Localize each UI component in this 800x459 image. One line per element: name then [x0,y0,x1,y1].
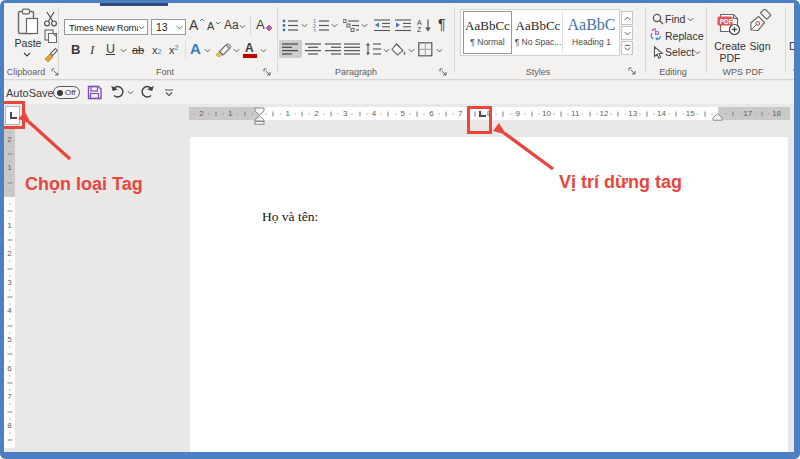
subscript-button[interactable]: x2 [152,44,161,56]
line-spacing-caret[interactable] [383,48,390,53]
clear-formatting-button[interactable]: A [256,17,265,32]
style-card-no-spacing[interactable]: AaBbCc ¶ No Spac... [514,12,563,53]
text-effects-button[interactable]: A [190,40,201,57]
find-icon [652,13,664,25]
ruler-tick [417,111,418,116]
right-indent-marker-icon[interactable] [712,113,723,121]
style-name: ¶ No Spac... [514,37,562,47]
styles-scroll-down-button[interactable] [621,26,633,40]
ruler-tick [9,361,10,362]
ruler-tick [532,111,533,116]
align-left-button[interactable] [282,43,299,55]
highlight-color-icon[interactable] [215,43,232,57]
style-card-heading1[interactable]: AaBbC Heading 1 [565,12,618,53]
line-spacing-button[interactable] [365,42,382,56]
shrink-font-button[interactable]: A [207,20,214,32]
decrease-indent-button[interactable] [374,19,391,32]
undo-button[interactable] [110,84,126,99]
ruler-tick [280,113,281,114]
editing-group-label: Editing [650,67,696,77]
shading-caret[interactable] [408,48,415,53]
paste-dropdown-caret[interactable] [23,52,31,57]
window-border-top [0,0,800,3]
multilevel-list-caret[interactable] [361,23,368,28]
find-caret[interactable] [687,17,694,22]
bullets-caret[interactable] [301,23,308,28]
vertical-ruler[interactable]: 2112345678 [4,129,15,448]
ruler-tick [510,113,511,114]
styles-scroll-up-button[interactable] [621,11,633,25]
align-right-button[interactable] [325,43,342,55]
numbering-button[interactable]: 123 [313,19,330,32]
replace-icon: b [650,28,663,41]
italic-button[interactable]: I [90,42,94,58]
underline-button[interactable]: U [106,42,115,56]
autosave-toggle[interactable]: Off [53,86,80,99]
style-preview: AaBbC [565,17,618,33]
change-case-button[interactable]: Aa [224,18,239,32]
ruler-tick [654,113,655,114]
ruler-tick [395,113,396,114]
style-card-normal[interactable]: AaBbCc ¶ Normal [463,11,512,54]
ruler-tick [7,382,12,383]
styles-dialog-launcher-icon[interactable] [628,67,637,76]
grow-font-button[interactable]: A [189,17,198,33]
ruler-tick [568,113,569,114]
sign-button[interactable]: Sign [744,40,776,52]
bold-button[interactable]: B [71,42,80,57]
redo-button[interactable] [139,84,155,99]
svg-text:PDF: PDF [720,18,733,25]
borders-button[interactable] [418,42,433,57]
ruler-tick [9,404,10,405]
ruler-tick [9,232,10,233]
ruler-tick [244,111,245,116]
indent-markers-icon[interactable] [254,107,265,125]
increase-indent-button[interactable] [395,19,412,32]
underline-caret[interactable] [120,48,127,53]
document-page[interactable]: Họ và tên: [190,137,788,453]
ruler-number: 9 [516,110,520,118]
select-caret[interactable] [694,50,701,55]
align-center-button[interactable] [305,43,322,55]
justify-button[interactable] [344,43,361,55]
copy-button[interactable] [44,29,58,44]
ruler-tick [251,113,252,114]
numbering-caret[interactable] [331,23,338,28]
bullets-button[interactable] [282,19,299,32]
font-color-button[interactable]: A [245,41,254,55]
find-button[interactable]: Find [665,13,685,25]
styles-gallery-more-button[interactable] [621,41,633,55]
select-button[interactable]: Select [665,46,694,58]
undo-caret[interactable] [127,90,134,95]
font-color-caret[interactable] [260,48,267,53]
highlight-color-caret[interactable] [233,48,240,53]
qat-overflow-icon[interactable] [164,89,174,97]
ruler-tick [294,113,295,114]
home-tab-indicator [100,3,168,6]
ruler-tick [352,113,353,114]
tab-selector-highlight-rect [1,101,25,129]
borders-caret[interactable] [436,48,443,53]
ruler-tick [704,111,705,116]
annotation-tab-stop-label: Vị trí dừng tag [559,172,682,193]
show-paragraph-marks-button[interactable]: ¶ [438,16,446,32]
sort-button[interactable]: A Z [417,18,433,33]
replace-button[interactable]: Replace [665,30,704,42]
ruler-tick [769,113,770,114]
superscript-button[interactable]: x2 [169,44,178,56]
strikethrough-button[interactable]: ab [132,44,144,56]
ruler-number: 3 [7,279,11,287]
paragraph-dialog-launcher-icon[interactable] [439,68,448,77]
font-size-combobox[interactable]: 13 [151,19,186,35]
ruler-tick [496,113,497,114]
ruler-tick [223,113,224,114]
save-icon[interactable] [87,85,102,100]
font-dialog-launcher-icon[interactable] [263,68,272,77]
cut-button[interactable] [43,11,58,27]
ruler-tick [726,113,727,114]
shading-button[interactable] [391,43,407,56]
font-name-combobox[interactable]: Times New Roma [64,19,148,35]
multilevel-list-button[interactable] [343,19,360,32]
format-painter-button[interactable] [43,46,59,62]
text-effects-caret[interactable] [204,48,211,53]
